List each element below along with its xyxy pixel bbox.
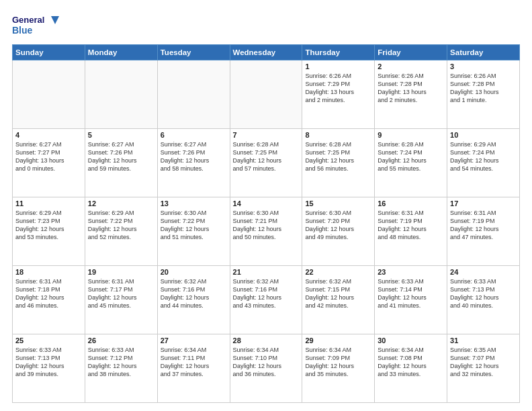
calendar-cell: 22Sunrise: 6:32 AM Sunset: 7:15 PM Dayli…: [302, 266, 375, 334]
calendar-cell: 10Sunrise: 6:29 AM Sunset: 7:24 PM Dayli…: [447, 129, 520, 197]
day-info: Sunrise: 6:30 AM Sunset: 7:20 PM Dayligh…: [305, 209, 371, 242]
day-info: Sunrise: 6:33 AM Sunset: 7:13 PM Dayligh…: [450, 277, 517, 310]
day-number: 27: [161, 336, 227, 345]
day-number: 24: [450, 268, 517, 276]
day-number: 15: [305, 199, 371, 208]
svg-marker-2: [51, 16, 59, 24]
day-number: 5: [88, 131, 154, 139]
calendar-header-row: SundayMondayTuesdayWednesdayThursdayFrid…: [13, 45, 520, 60]
day-info: Sunrise: 6:31 AM Sunset: 7:17 PM Dayligh…: [88, 277, 154, 310]
calendar-cell: 16Sunrise: 6:31 AM Sunset: 7:19 PM Dayli…: [375, 197, 447, 266]
day-info: Sunrise: 6:27 AM Sunset: 7:26 PM Dayligh…: [161, 140, 227, 173]
svg-text:General: General: [12, 15, 44, 25]
calendar-cell: [13, 60, 85, 129]
calendar-cell: 5Sunrise: 6:27 AM Sunset: 7:26 PM Daylig…: [85, 129, 157, 197]
calendar-cell: 25Sunrise: 6:33 AM Sunset: 7:13 PM Dayli…: [13, 334, 85, 403]
day-number: 21: [233, 268, 300, 276]
day-number: 9: [378, 131, 444, 139]
calendar-cell: [85, 60, 157, 129]
calendar-cell: 11Sunrise: 6:29 AM Sunset: 7:23 PM Dayli…: [13, 197, 85, 266]
calendar-cell: 14Sunrise: 6:30 AM Sunset: 7:21 PM Dayli…: [230, 197, 302, 266]
calendar-cell: 12Sunrise: 6:29 AM Sunset: 7:22 PM Dayli…: [85, 197, 157, 266]
day-number: 22: [305, 268, 371, 276]
day-info: Sunrise: 6:34 AM Sunset: 7:10 PM Dayligh…: [233, 346, 300, 379]
calendar-week-1: 1Sunrise: 6:26 AM Sunset: 7:29 PM Daylig…: [13, 60, 520, 129]
day-number: 31: [450, 336, 517, 345]
calendar-cell: 20Sunrise: 6:32 AM Sunset: 7:16 PM Dayli…: [157, 266, 230, 334]
header: General Blue: [12, 12, 520, 38]
day-info: Sunrise: 6:33 AM Sunset: 7:14 PM Dayligh…: [378, 277, 444, 310]
calendar-cell: 7Sunrise: 6:28 AM Sunset: 7:25 PM Daylig…: [230, 129, 302, 197]
calendar-week-3: 11Sunrise: 6:29 AM Sunset: 7:23 PM Dayli…: [13, 197, 520, 266]
calendar-cell: 21Sunrise: 6:32 AM Sunset: 7:16 PM Dayli…: [230, 266, 302, 334]
calendar-cell: 19Sunrise: 6:31 AM Sunset: 7:17 PM Dayli…: [85, 266, 157, 334]
day-info: Sunrise: 6:27 AM Sunset: 7:26 PM Dayligh…: [88, 140, 154, 173]
calendar-cell: 28Sunrise: 6:34 AM Sunset: 7:10 PM Dayli…: [230, 334, 302, 403]
calendar-week-2: 4Sunrise: 6:27 AM Sunset: 7:27 PM Daylig…: [13, 129, 520, 197]
calendar-cell: 23Sunrise: 6:33 AM Sunset: 7:14 PM Dayli…: [375, 266, 447, 334]
day-info: Sunrise: 6:31 AM Sunset: 7:19 PM Dayligh…: [450, 209, 517, 242]
day-info: Sunrise: 6:31 AM Sunset: 7:19 PM Dayligh…: [378, 209, 444, 242]
day-info: Sunrise: 6:32 AM Sunset: 7:15 PM Dayligh…: [305, 277, 371, 310]
day-info: Sunrise: 6:35 AM Sunset: 7:07 PM Dayligh…: [450, 346, 517, 379]
calendar-cell: 31Sunrise: 6:35 AM Sunset: 7:07 PM Dayli…: [447, 334, 520, 403]
day-number: 2: [378, 62, 444, 71]
day-number: 6: [161, 131, 227, 139]
logo-svg: General Blue: [12, 12, 59, 38]
day-number: 18: [15, 268, 82, 276]
day-info: Sunrise: 6:33 AM Sunset: 7:13 PM Dayligh…: [15, 346, 82, 379]
day-info: Sunrise: 6:28 AM Sunset: 7:24 PM Dayligh…: [378, 140, 444, 173]
day-info: Sunrise: 6:34 AM Sunset: 7:09 PM Dayligh…: [305, 346, 371, 379]
page: General Blue SundayMondayTuesdayWednesda…: [0, 0, 532, 411]
day-info: Sunrise: 6:26 AM Sunset: 7:28 PM Dayligh…: [378, 72, 444, 105]
day-info: Sunrise: 6:29 AM Sunset: 7:23 PM Dayligh…: [15, 209, 82, 242]
day-info: Sunrise: 6:31 AM Sunset: 7:18 PM Dayligh…: [15, 277, 82, 310]
calendar-cell: 26Sunrise: 6:33 AM Sunset: 7:12 PM Dayli…: [85, 334, 157, 403]
day-info: Sunrise: 6:30 AM Sunset: 7:21 PM Dayligh…: [233, 209, 300, 242]
calendar-header-thursday: Thursday: [302, 45, 375, 60]
calendar-cell: 30Sunrise: 6:34 AM Sunset: 7:08 PM Dayli…: [375, 334, 447, 403]
day-number: 28: [233, 336, 300, 345]
calendar-header-monday: Monday: [85, 45, 157, 60]
day-info: Sunrise: 6:32 AM Sunset: 7:16 PM Dayligh…: [233, 277, 300, 310]
day-number: 4: [15, 131, 82, 139]
calendar-week-4: 18Sunrise: 6:31 AM Sunset: 7:18 PM Dayli…: [13, 266, 520, 334]
calendar-cell: 6Sunrise: 6:27 AM Sunset: 7:26 PM Daylig…: [157, 129, 230, 197]
day-number: 1: [305, 62, 371, 71]
day-info: Sunrise: 6:32 AM Sunset: 7:16 PM Dayligh…: [161, 277, 227, 310]
calendar-cell: 15Sunrise: 6:30 AM Sunset: 7:20 PM Dayli…: [302, 197, 375, 266]
calendar-cell: 1Sunrise: 6:26 AM Sunset: 7:29 PM Daylig…: [302, 60, 375, 129]
day-number: 19: [88, 268, 154, 276]
calendar-cell: 3Sunrise: 6:26 AM Sunset: 7:28 PM Daylig…: [447, 60, 520, 129]
svg-text:Blue: Blue: [12, 25, 33, 36]
day-number: 10: [450, 131, 517, 139]
day-info: Sunrise: 6:34 AM Sunset: 7:08 PM Dayligh…: [378, 346, 444, 379]
day-info: Sunrise: 6:29 AM Sunset: 7:22 PM Dayligh…: [88, 209, 154, 242]
day-number: 11: [15, 199, 82, 208]
calendar-cell: 24Sunrise: 6:33 AM Sunset: 7:13 PM Dayli…: [447, 266, 520, 334]
day-info: Sunrise: 6:27 AM Sunset: 7:27 PM Dayligh…: [15, 140, 82, 173]
calendar-cell: 29Sunrise: 6:34 AM Sunset: 7:09 PM Dayli…: [302, 334, 375, 403]
day-number: 14: [233, 199, 300, 208]
day-number: 13: [161, 199, 227, 208]
calendar-table: SundayMondayTuesdayWednesdayThursdayFrid…: [12, 44, 520, 403]
calendar-cell: 4Sunrise: 6:27 AM Sunset: 7:27 PM Daylig…: [13, 129, 85, 197]
calendar-cell: 2Sunrise: 6:26 AM Sunset: 7:28 PM Daylig…: [375, 60, 447, 129]
day-info: Sunrise: 6:26 AM Sunset: 7:28 PM Dayligh…: [450, 72, 517, 105]
logo: General Blue: [12, 12, 59, 38]
day-number: 26: [88, 336, 154, 345]
calendar-week-5: 25Sunrise: 6:33 AM Sunset: 7:13 PM Dayli…: [13, 334, 520, 403]
calendar-cell: 8Sunrise: 6:28 AM Sunset: 7:25 PM Daylig…: [302, 129, 375, 197]
calendar-header-tuesday: Tuesday: [157, 45, 230, 60]
day-info: Sunrise: 6:26 AM Sunset: 7:29 PM Dayligh…: [305, 72, 371, 105]
calendar-cell: [157, 60, 230, 129]
day-info: Sunrise: 6:34 AM Sunset: 7:11 PM Dayligh…: [161, 346, 227, 379]
day-number: 7: [233, 131, 300, 139]
calendar-header-sunday: Sunday: [13, 45, 85, 60]
day-number: 8: [305, 131, 371, 139]
day-info: Sunrise: 6:29 AM Sunset: 7:24 PM Dayligh…: [450, 140, 517, 173]
day-number: 30: [378, 336, 444, 345]
calendar-cell: 18Sunrise: 6:31 AM Sunset: 7:18 PM Dayli…: [13, 266, 85, 334]
day-info: Sunrise: 6:30 AM Sunset: 7:22 PM Dayligh…: [161, 209, 227, 242]
calendar-cell: 27Sunrise: 6:34 AM Sunset: 7:11 PM Dayli…: [157, 334, 230, 403]
